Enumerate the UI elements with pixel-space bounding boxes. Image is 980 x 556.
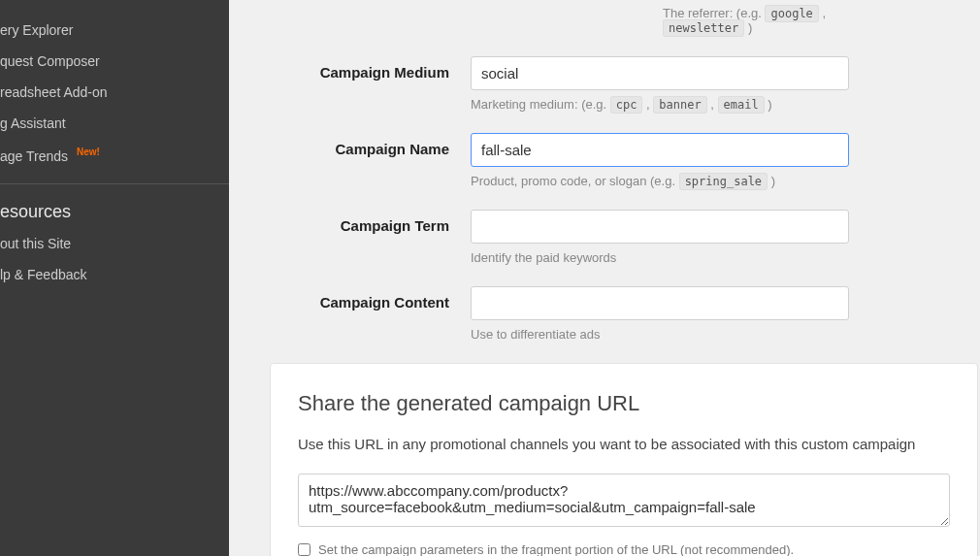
sidebar-item-assistant[interactable]: g Assistant <box>0 108 229 139</box>
campaign-term-input[interactable] <box>471 210 849 244</box>
form-row-term: Campaign Term Identify the paid keywords <box>270 210 980 265</box>
form-label-content: Campaign Content <box>270 286 471 311</box>
sidebar-item-explorer[interactable]: ery Explorer <box>0 15 229 46</box>
hint-medium: Marketing medium: (e.g. cpc , banner , e… <box>471 97 849 112</box>
sidebar-item-addon[interactable]: readsheet Add-on <box>0 77 229 108</box>
form-row-name: Campaign Name Product, promo code, or sl… <box>270 133 980 188</box>
hint-source: The referrer: (e.g. google , newsletter … <box>663 6 849 35</box>
form-row-medium: Campaign Medium Marketing medium: (e.g. … <box>270 56 980 112</box>
campaign-medium-input[interactable] <box>471 56 849 90</box>
fragment-checkbox[interactable] <box>298 543 310 556</box>
code-tag: email <box>718 96 765 114</box>
sidebar-item-label: lp & Feedback <box>0 267 87 282</box>
sidebar-item-label: quest Composer <box>0 53 100 69</box>
sidebar-item-composer[interactable]: quest Composer <box>0 46 229 77</box>
sidebar-item-label: ery Explorer <box>0 22 73 38</box>
campaign-name-input[interactable] <box>471 133 849 167</box>
hint-content: Use to differentiate ads <box>471 327 849 342</box>
sidebar-item-label: g Assistant <box>0 115 66 131</box>
main-content: The referrer: (e.g. google , newsletter … <box>229 0 980 556</box>
sidebar-item-help[interactable]: lp & Feedback <box>0 259 229 290</box>
sidebar-divider <box>0 183 229 184</box>
sidebar-item-about[interactable]: out this Site <box>0 228 229 259</box>
hint-name: Product, promo code, or slogan (e.g. spr… <box>471 174 849 188</box>
hint-term: Identify the paid keywords <box>471 250 849 265</box>
generated-url-textarea[interactable] <box>298 474 950 527</box>
sidebar: ery Explorer quest Composer readsheet Ad… <box>0 0 229 556</box>
code-tag: google <box>765 5 818 22</box>
code-tag: spring_sale <box>679 173 768 190</box>
form-label-source <box>270 6 663 14</box>
new-badge: New! <box>77 147 100 157</box>
form-label-medium: Campaign Medium <box>270 56 471 81</box>
code-tag: cpc <box>610 96 643 114</box>
form-row-source: The referrer: (e.g. google , newsletter … <box>270 6 980 35</box>
code-tag: banner <box>653 96 706 114</box>
form-label-name: Campaign Name <box>270 133 471 157</box>
campaign-content-input[interactable] <box>471 286 849 320</box>
sidebar-item-label: out this Site <box>0 236 71 251</box>
fragment-label: Set the campaign parameters in the fragm… <box>318 542 794 556</box>
form-label-term: Campaign Term <box>270 210 471 234</box>
sidebar-item-label: readsheet Add-on <box>0 84 108 100</box>
sidebar-item-label: age Trends <box>0 148 68 164</box>
share-panel: Share the generated campaign URL Use thi… <box>270 363 978 556</box>
form-row-content: Campaign Content Use to differentiate ad… <box>270 286 980 342</box>
share-title: Share the generated campaign URL <box>298 391 950 416</box>
code-tag: newsletter <box>663 19 744 37</box>
share-desc: Use this URL in any promotional channels… <box>298 436 950 452</box>
sidebar-heading: esources <box>0 196 229 228</box>
fragment-checkbox-row[interactable]: Set the campaign parameters in the fragm… <box>298 542 950 556</box>
sidebar-item-trends[interactable]: age Trends New! <box>0 139 229 172</box>
